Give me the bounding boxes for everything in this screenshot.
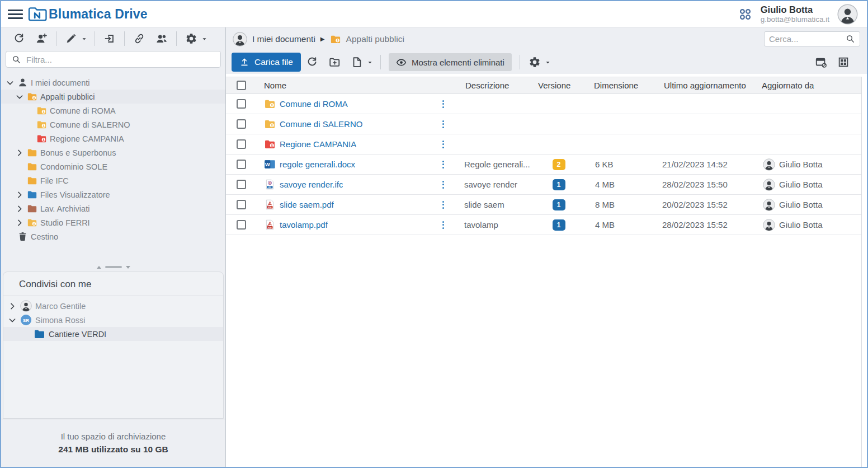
shared-item-cantiere-verdi[interactable]: Cantiere VERDI (3, 327, 223, 341)
tree-item-comune-di-roma[interactable]: Comune di ROMA (1, 104, 225, 118)
column-header-name[interactable]: Nome (257, 81, 458, 90)
user-avatar[interactable] (837, 4, 858, 25)
tree-item-appalti-pubblici[interactable]: Appalti pubblici (1, 90, 225, 104)
tree-splitter[interactable] (1, 263, 225, 272)
row-menu-icon[interactable] (441, 139, 446, 150)
tree-item-label: Bonus e Superbonus (40, 148, 116, 157)
column-header-version[interactable]: Versione (531, 81, 587, 90)
search-input[interactable] (769, 34, 842, 44)
file-name-link[interactable]: regole generali.docx (280, 160, 355, 169)
breadcrumb-user-avatar[interactable] (233, 32, 247, 46)
chevron-down-icon[interactable] (8, 316, 17, 325)
grid-view-icon[interactable] (837, 56, 850, 68)
storage-label: Il tuo spazio di archiviazione (61, 432, 166, 441)
new-document-icon[interactable] (351, 56, 363, 68)
add-folder-icon[interactable] (328, 56, 341, 68)
refresh-icon[interactable] (306, 56, 318, 68)
caret-down-icon[interactable] (81, 35, 88, 43)
file-name-link[interactable]: Regione CAMPANIA (280, 139, 356, 149)
chevron-right-icon[interactable] (8, 302, 17, 311)
file-name-link[interactable]: Comune di SALERNO (280, 119, 362, 129)
tree-item-comune-di-salerno[interactable]: Comune di SALERNO (1, 118, 225, 132)
hide-details-icon[interactable] (815, 56, 827, 68)
updated-by-name: Giulio Botta (779, 200, 823, 209)
user-info: Giulio Botta g.botta@blumatica.it (761, 4, 829, 24)
file-description: Regole generali... (458, 160, 531, 169)
tree-item-cestino[interactable]: Cestino (1, 230, 225, 244)
row-checkbox[interactable] (237, 119, 246, 129)
tree-item-bonus-e-superbonus[interactable]: Bonus e Superbonus (1, 146, 225, 160)
file-version-cell: 1 (531, 219, 587, 231)
tree-item-file-ifc[interactable]: File IFC (1, 174, 225, 188)
row-checkbox-cell (226, 139, 257, 149)
shared-item-simona-rossi[interactable]: SRSimona Rossi (3, 313, 223, 327)
column-header-updated-by[interactable]: Aggiornato da (754, 81, 861, 90)
row-menu-icon[interactable] (441, 199, 446, 210)
refresh-icon[interactable] (13, 32, 25, 45)
version-badge[interactable]: 2 (553, 159, 565, 170)
file-updated: 20/02/2023 15:52 (657, 200, 754, 209)
select-all-cell (226, 81, 257, 90)
row-menu-icon[interactable] (441, 159, 446, 170)
move-to-icon[interactable] (103, 32, 116, 45)
settings-icon[interactable] (185, 32, 197, 45)
edit-icon[interactable] (65, 32, 77, 45)
chevron-right-icon[interactable] (15, 148, 24, 157)
row-checkbox[interactable] (237, 99, 246, 109)
row-checkbox[interactable] (237, 180, 246, 189)
menu-icon[interactable] (8, 10, 23, 19)
row-menu-icon[interactable] (441, 219, 446, 231)
link-icon[interactable] (133, 32, 145, 45)
chevron-down-icon[interactable] (15, 92, 24, 101)
row-menu-icon[interactable] (441, 99, 446, 110)
row-checkbox[interactable] (237, 139, 246, 149)
show-deleted-button[interactable]: Mostra elementi eliminati (389, 53, 512, 71)
breadcrumb-current[interactable]: Appalti pubblici (346, 34, 404, 44)
version-badge[interactable]: 1 (553, 219, 565, 231)
row-checkbox[interactable] (237, 220, 246, 230)
file-version-cell: 1 (531, 199, 587, 210)
row-checkbox[interactable] (237, 160, 246, 169)
version-badge[interactable]: 1 (553, 179, 565, 190)
file-name-link[interactable]: slide saem.pdf (280, 200, 334, 209)
select-all-checkbox[interactable] (237, 81, 246, 90)
folder-tree: I miei documentiAppalti pubbliciComune d… (1, 72, 225, 263)
column-header-size[interactable]: Dimensione (587, 81, 657, 90)
caret-down-icon[interactable] (366, 59, 374, 66)
file-updated: 21/02/2023 14:52 (657, 160, 754, 169)
ifc-icon: IFC (264, 179, 276, 190)
tree-item-condominio-sole[interactable]: Condominio SOLE (1, 160, 225, 174)
tree-item-lav-archiviati[interactable]: Lav. Archiviati (1, 202, 225, 216)
breadcrumb-root[interactable]: I miei documenti (252, 34, 315, 44)
chevron-right-icon[interactable] (15, 190, 24, 199)
contacts-icon[interactable] (155, 32, 168, 45)
search-icon[interactable] (846, 34, 855, 44)
chevron-right-icon[interactable] (15, 218, 24, 227)
file-name-link[interactable]: Comune di ROMA (280, 99, 348, 109)
updated-by-name: Giulio Botta (779, 220, 823, 230)
version-badge[interactable]: 1 (553, 199, 565, 210)
upload-file-button[interactable]: Carica file (232, 53, 301, 72)
add-user-icon[interactable] (35, 32, 48, 45)
filter-input[interactable] (26, 55, 215, 64)
row-menu-icon[interactable] (441, 179, 446, 190)
row-menu-icon[interactable] (441, 119, 446, 130)
user-avatar (763, 158, 775, 171)
apps-grid-icon[interactable] (738, 7, 753, 22)
shared-item-marco-gentile[interactable]: Marco Gentile (3, 299, 223, 313)
file-name-link[interactable]: savoye render.ifc (280, 180, 343, 189)
file-name-link[interactable]: tavolamp.pdf (280, 220, 328, 230)
column-header-description[interactable]: Descrizione (458, 81, 531, 90)
settings-icon[interactable] (529, 56, 541, 68)
chevron-right-icon[interactable] (15, 204, 24, 213)
tree-item-files-visualizzatore[interactable]: Files Visualizzatore (1, 188, 225, 202)
tree-item-i-miei-documenti[interactable]: I miei documenti (1, 76, 225, 90)
tree-item-regione-campania[interactable]: Regione CAMPANIA (1, 132, 225, 146)
tree-item-studio-ferri[interactable]: Studio FERRI (1, 216, 225, 230)
column-header-updated[interactable]: Ultimo aggiornamento (657, 81, 754, 90)
chevron-down-icon[interactable] (6, 78, 15, 87)
caret-down-icon[interactable] (201, 35, 208, 43)
caret-down-icon[interactable] (544, 59, 551, 66)
row-checkbox[interactable] (237, 200, 246, 209)
sidebar-toolbar-divider (95, 31, 95, 46)
